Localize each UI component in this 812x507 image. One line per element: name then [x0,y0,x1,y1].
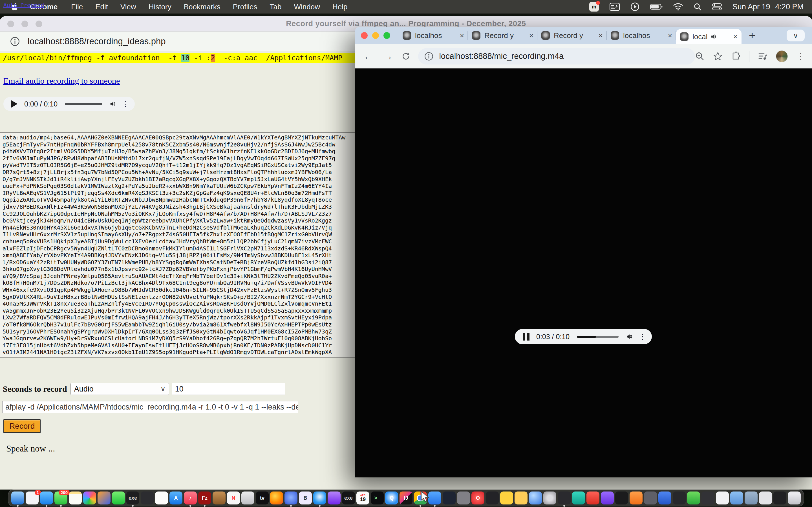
tab-close-icon[interactable]: × [733,33,738,41]
front-audio-player[interactable]: 0:03 / 0:10 ⋮ [515,329,652,344]
menu-clock[interactable]: Sun Apr 194:20 PM [732,3,804,11]
menu-item-profiles[interactable]: Profiles [233,3,257,11]
seconds-input[interactable]: 10 [172,383,285,395]
front-url-text[interactable]: localhost:8888/mic_recording.m4a [439,52,564,61]
back-url-text[interactable]: localhost:8888/recording_ideas.php [28,36,165,47]
tab-close-icon[interactable]: × [599,31,603,40]
menu-extra-app-icon[interactable]: m [589,2,599,11]
dock-icon-iphone-mirroring[interactable] [141,492,154,504]
dock-icon-teal-app[interactable] [572,492,585,504]
volume-icon[interactable] [626,332,633,341]
dock-icon-file-stack[interactable] [759,492,772,504]
dock-icon-textedit[interactable] [155,492,168,504]
new-tab-button[interactable]: + [749,29,755,42]
dock-icon-dark-app-4[interactable] [673,492,686,504]
dock-icon-trash[interactable] [788,492,801,504]
dock-icon-dark-app-6[interactable] [773,492,786,504]
tab-close-icon[interactable]: × [460,31,464,40]
front-player-menu-icon[interactable]: ⋮ [639,332,646,341]
tab-localhos[interactable]: localhos× [399,27,468,44]
browser-menu-icon[interactable]: ⋮ [796,51,805,62]
dock-icon-terminal-2[interactable]: exe [342,492,355,504]
dock-icon-reminders[interactable]: 1 [26,492,39,504]
dock-icon-calendar[interactable]: APR19 [356,492,369,504]
dock-icon-safari[interactable] [313,492,326,504]
dock-icon-books[interactable] [213,492,225,504]
spotlight-search-icon[interactable] [694,2,702,11]
dock-icon-intellij[interactable]: IJ [400,492,412,504]
bookmark-star-icon[interactable] [713,52,723,61]
pause-icon[interactable] [523,333,529,341]
dock-icon-folder-documents[interactable] [745,492,758,504]
menu-item-help[interactable]: Help [333,3,347,11]
control-center-icon[interactable] [712,2,722,11]
volume-icon[interactable] [110,100,116,108]
dock-icon-terminal[interactable]: exe [126,492,139,504]
wifi-icon[interactable] [673,2,683,11]
dock-icon-finder[interactable] [11,492,24,504]
afplay-command-input[interactable]: afplay -d /Applications/MAMP/htdocs/mic_… [2,401,298,413]
dock-icon-notes[interactable] [69,492,82,504]
tab-close-icon[interactable]: × [529,31,534,40]
menu-item-view[interactable]: View [120,3,136,11]
dock-icon-filezilla[interactable]: Fz [198,492,211,504]
dock-icon-folder-downloads[interactable] [730,492,743,504]
dock-icon-dark-app-2[interactable] [558,492,571,504]
extensions-puzzle-icon[interactable] [731,52,741,61]
dock-icon-blue-circle-app[interactable] [285,492,297,504]
dock-icon-gray-utility[interactable] [457,492,470,504]
dock-icon-dark-app-3[interactable] [615,492,628,504]
dock-icon-docs-app[interactable] [515,492,527,504]
record-button[interactable]: Record [3,419,41,433]
dock-icon-terminal-3[interactable]: >_ [371,492,384,504]
reload-button[interactable] [402,52,410,61]
tab-close-icon[interactable]: × [668,31,672,40]
dock-icon-blue-sphere-app[interactable] [529,492,542,504]
dock-icon-dark-app-5[interactable] [702,492,714,504]
dock-icon-dark-pro-app[interactable] [443,492,456,504]
menu-item-bookmarks[interactable]: Bookmarks [184,3,220,11]
dock-icon-news[interactable]: N [227,492,240,504]
dock-icon-purple-app[interactable] [601,492,614,504]
dock-icon-podcasts[interactable] [327,492,341,504]
back-player-track[interactable] [65,103,102,105]
tab-record-y[interactable]: Record y× [538,27,607,44]
tab-record-y[interactable]: Record y× [468,27,538,44]
dock-icon-bbedit[interactable]: B [299,492,312,504]
dock-icon-airpods[interactable] [241,492,254,504]
battery-icon[interactable] [650,2,663,11]
dock-icon-gold-app[interactable] [500,492,513,504]
site-info-icon[interactable] [10,37,20,46]
dock-icon-dark-app[interactable] [486,492,499,504]
close-window-button[interactable] [361,32,368,39]
tab-local[interactable]: local× [676,29,742,44]
back-player-menu-icon[interactable]: ⋮ [122,100,129,108]
dock-icon-photos[interactable] [83,492,96,504]
dock-icon-system-settings[interactable] [543,492,556,504]
dock-icon-apple-tv[interactable]: tv [256,492,269,504]
dock-icon-red-app[interactable] [587,492,599,504]
dock-icon-orange-app[interactable] [629,492,643,504]
keyboard-window-icon[interactable] [610,2,620,11]
menu-item-window[interactable]: Window [294,3,320,11]
dock-icon-quicktime[interactable]: Q [385,492,398,504]
auto-prepend-link[interactable]: Auto Prepend [3,2,44,8]
media-play-status-icon[interactable] [630,2,640,11]
dock-icon-music[interactable]: ♪ [184,492,197,504]
dock-icon-app-store[interactable]: A [169,492,183,504]
dock-icon-mail[interactable] [40,492,53,504]
address-bar[interactable]: localhost:8888/mic_recording.m4a [418,48,695,64]
minimize-window-button[interactable] [372,32,379,39]
play-icon[interactable] [11,100,17,108]
dock-icon-green-app[interactable] [687,492,700,504]
menu-item-history[interactable]: History [149,3,171,11]
back-audio-player[interactable]: 0:00 / 0:10 ⋮ [3,97,135,111]
site-info-icon[interactable] [424,52,434,61]
tab-search-chevron-button[interactable]: ∨ [786,30,805,41]
menu-item-file[interactable]: File [71,3,83,11]
email-recording-link[interactable]: Email audio recording to someone [3,76,120,86]
base64-output-box[interactable]: data:audio/mp4;base64,AAAAHGZ0eXBNNEEgAA… [0,132,361,358]
media-controls-icon[interactable] [758,52,767,61]
back-button[interactable]: ← [363,50,374,62]
menu-item-edit[interactable]: Edit [95,3,108,11]
